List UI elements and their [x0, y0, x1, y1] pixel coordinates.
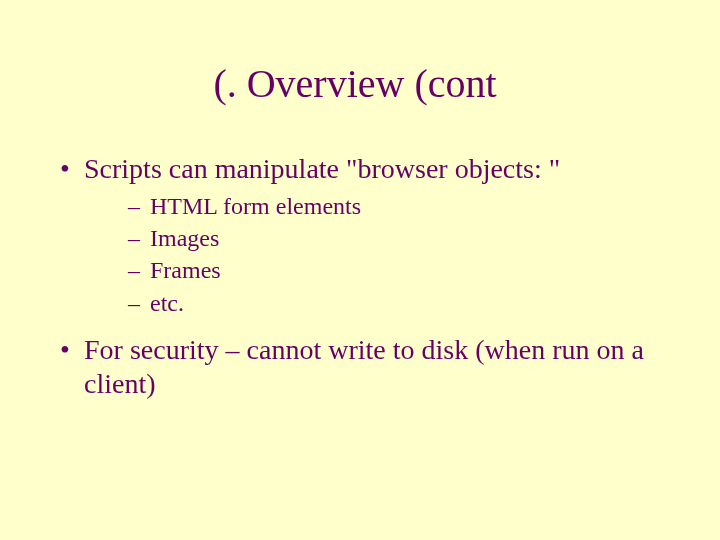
- bullet-text: Scripts can manipulate "browser objects:…: [84, 153, 560, 184]
- sub-list: HTML form elements Images Frames etc.: [84, 190, 660, 320]
- bullet-list: Scripts can manipulate "browser objects:…: [50, 152, 660, 400]
- bullet-text: For security – cannot write to disk (whe…: [84, 334, 644, 399]
- sub-item: etc.: [84, 287, 660, 319]
- sub-item: HTML form elements: [84, 190, 660, 222]
- slide: (. Overview (cont Scripts can manipulate…: [0, 0, 720, 540]
- sub-item: Images: [84, 222, 660, 254]
- bullet-item: Scripts can manipulate "browser objects:…: [50, 152, 660, 319]
- sub-item: Frames: [84, 254, 660, 286]
- bullet-item: For security – cannot write to disk (whe…: [50, 333, 660, 400]
- slide-title: (. Overview (cont: [50, 60, 660, 107]
